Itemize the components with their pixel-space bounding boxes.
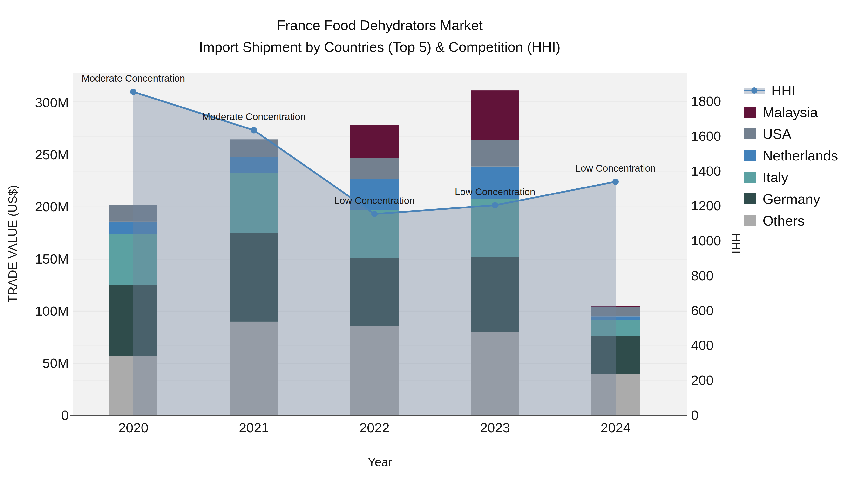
x-tick-label: 2021 xyxy=(239,420,269,435)
hhi-marker xyxy=(130,89,136,95)
left-tick-label: 150M xyxy=(35,251,69,266)
legend-item-usa[interactable]: USA xyxy=(744,123,867,144)
hhi-annotation: Moderate Concentration xyxy=(202,111,306,122)
chart-canvas: Moderate ConcentrationModerate Concentra… xyxy=(0,0,868,488)
bar-segment-malaysia xyxy=(471,90,519,140)
legend-item-label: HHI xyxy=(771,83,796,99)
hhi-line-legend-symbol xyxy=(744,85,765,96)
legend-item-netherlands[interactable]: Netherlands xyxy=(744,144,867,166)
legend-item-italy[interactable]: Italy xyxy=(744,166,867,188)
left-tick-label: 0 xyxy=(61,408,69,423)
left-tick-label: 50M xyxy=(42,355,69,371)
legend-swatch-malaysia xyxy=(744,106,756,118)
legend-swatch-netherlands xyxy=(744,150,756,161)
legend-item-label: USA xyxy=(763,126,791,142)
legend-item-label: Netherlands xyxy=(763,148,838,164)
right-tick-label: 200 xyxy=(691,372,713,388)
right-tick-label: 600 xyxy=(691,303,713,318)
left-tick-label: 300M xyxy=(35,95,69,110)
hhi-annotation: Moderate Concentration xyxy=(82,73,185,84)
hhi-marker xyxy=(371,211,378,217)
right-tick-label: 1400 xyxy=(691,163,721,178)
bar-segment-usa xyxy=(471,140,519,166)
right-tick-label: 400 xyxy=(691,337,713,353)
x-axis-title: Year xyxy=(368,455,392,469)
legend-swatch-germany xyxy=(744,193,756,204)
left-axis-title: TRADE VALUE (US$) xyxy=(6,185,20,303)
legend-swatch-usa xyxy=(744,128,756,139)
legend-item-label: Malaysia xyxy=(763,104,818,120)
hhi-marker xyxy=(492,202,498,208)
legend-item-label: Others xyxy=(763,213,805,229)
hhi-marker xyxy=(613,178,619,185)
right-axis-title: HHI xyxy=(729,233,743,254)
hhi-annotation: Low Concentration xyxy=(575,163,656,173)
legend-swatch-italy xyxy=(744,171,756,183)
right-tick-label: 1800 xyxy=(691,94,721,109)
bar-segment-usa xyxy=(350,158,399,179)
right-tick-label: 1600 xyxy=(691,128,721,143)
hhi-marker xyxy=(251,127,257,133)
x-tick-label: 2022 xyxy=(360,420,390,435)
legend-item-label: Italy xyxy=(763,169,788,185)
legend-item-malaysia[interactable]: Malaysia xyxy=(744,101,867,123)
figure: France Food Dehydrators Market Import Sh… xyxy=(0,0,868,488)
x-tick-label: 2024 xyxy=(600,420,631,435)
legend-item-germany[interactable]: Germany xyxy=(744,188,867,210)
right-tick-label: 0 xyxy=(691,408,699,423)
legend-item-hhi[interactable]: HHI xyxy=(744,79,867,101)
legend: HHI Malaysia USA Netherlands Italy Germa… xyxy=(744,79,867,231)
right-tick-label: 800 xyxy=(691,268,713,283)
hhi-annotation: Low Concentration xyxy=(334,195,415,206)
right-tick-label: 1200 xyxy=(691,198,721,213)
left-tick-label: 200M xyxy=(35,199,69,214)
bar-segment-malaysia xyxy=(350,125,399,158)
legend-item-others[interactable]: Others xyxy=(744,210,867,231)
legend-swatch-others xyxy=(744,215,756,226)
left-tick-label: 100M xyxy=(35,303,69,319)
hhi-annotation: Low Concentration xyxy=(455,187,535,197)
left-tick-label: 250M xyxy=(35,147,69,162)
legend-item-label: Germany xyxy=(763,191,820,207)
x-tick-label: 2023 xyxy=(480,420,510,435)
right-tick-label: 1000 xyxy=(691,233,721,248)
x-tick-label: 2020 xyxy=(118,420,149,435)
